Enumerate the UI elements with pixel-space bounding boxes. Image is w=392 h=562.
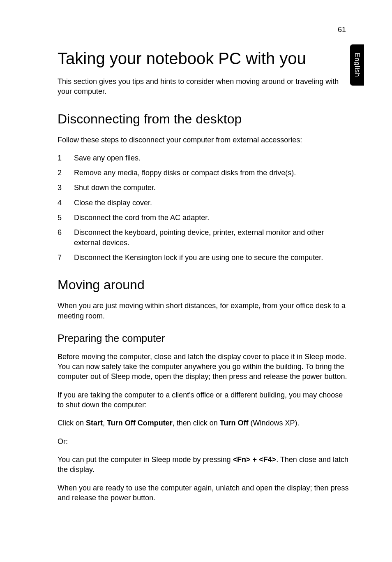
step-text: Close the display cover. (74, 198, 351, 208)
document-page: 61 English Taking your notebook PC with … (0, 0, 392, 562)
step-text: Shut down the computer. (74, 183, 351, 193)
list-item: 2Remove any media, floppy disks or compa… (58, 168, 351, 178)
list-item: 3Shut down the computer. (58, 183, 351, 193)
bold-turn-off: Turn Off (220, 419, 249, 427)
disconnect-steps-list: 1Save any open files. 2Remove any media,… (58, 153, 351, 262)
section-disconnecting-heading: Disconnecting from the desktop (58, 111, 351, 127)
list-item: 1Save any open files. (58, 153, 351, 163)
preparing-p3: Click on Start, Turn Off Computer, then … (58, 418, 351, 428)
list-item: 5Disconnect the cord from the AC adapter… (58, 213, 351, 223)
text-run: You can put the computer in Sleep mode b… (58, 455, 233, 464)
subsection-preparing-heading: Preparing the computer (58, 332, 351, 344)
step-text: Disconnect the Kensington lock if you ar… (74, 253, 351, 262)
step-number: 2 (58, 168, 74, 178)
language-tab-label: English (353, 53, 361, 77)
step-number: 1 (58, 153, 74, 163)
section-disconnecting-lead: Follow these steps to disconnect your co… (58, 135, 351, 145)
bold-turn-off-computer: Turn Off Computer (107, 419, 173, 427)
preparing-p5: You can put the computer in Sleep mode b… (58, 455, 351, 475)
list-item: 7Disconnect the Kensington lock if you a… (58, 253, 351, 262)
text-run: , then click on (173, 419, 220, 427)
step-number: 4 (58, 198, 74, 208)
step-text: Remove any media, floppy disks or compac… (74, 168, 351, 178)
preparing-p2: If you are taking the computer to a clie… (58, 390, 351, 410)
step-number: 5 (58, 213, 74, 223)
page-title: Taking your notebook PC with you (58, 49, 351, 67)
bold-key-combo: <Fn> + <F4> (233, 455, 277, 464)
preparing-p1: Before moving the computer, close and la… (58, 352, 351, 382)
step-text: Save any open files. (74, 153, 351, 163)
text-run: , (103, 419, 107, 427)
section-moving-heading: Moving around (58, 277, 351, 293)
preparing-p4: Or: (58, 437, 351, 446)
preparing-p6: When you are ready to use the computer a… (58, 483, 351, 503)
intro-paragraph: This section gives you tips and hints to… (58, 77, 351, 97)
list-item: 4Close the display cover. (58, 198, 351, 208)
step-number: 3 (58, 183, 74, 193)
bold-start: Start (86, 419, 103, 427)
language-tab: English (350, 44, 364, 86)
step-text: Disconnect the cord from the AC adapter. (74, 213, 351, 223)
step-number: 7 (58, 253, 74, 262)
text-run: (Windows XP). (248, 419, 299, 427)
section-moving-lead: When you are just moving within short di… (58, 301, 351, 321)
text-run: Click on (58, 419, 86, 427)
list-item: 6Disconnect the keyboard, pointing devic… (58, 228, 351, 248)
step-number: 6 (58, 228, 74, 248)
step-text: Disconnect the keyboard, pointing device… (74, 228, 351, 248)
page-number: 61 (338, 26, 346, 34)
